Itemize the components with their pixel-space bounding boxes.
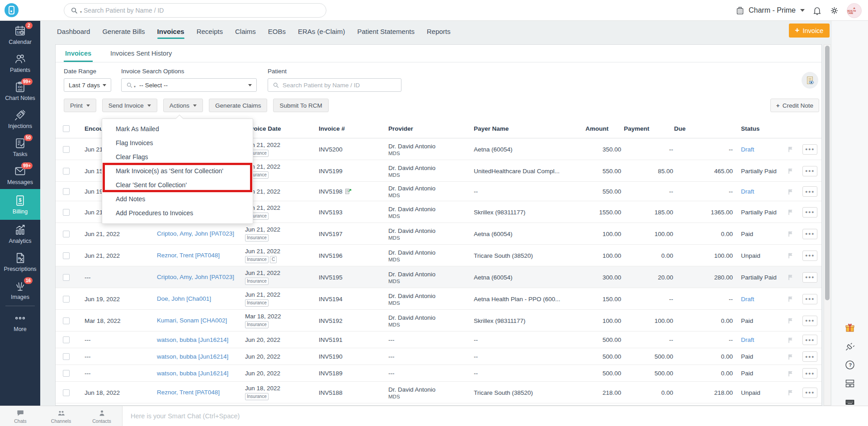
patient-link[interactable]: Criptoo, Amy, John [PAT023]	[157, 273, 234, 281]
patient-link[interactable]: Criptoo, Amy, John [PAT023]	[157, 230, 234, 238]
nav-tab-receipts[interactable]: Receipts	[197, 21, 223, 42]
row-checkbox[interactable]	[63, 274, 70, 281]
row-actions-button[interactable]: ●●●	[802, 368, 817, 379]
patient-link[interactable]: watson, bubba [Jun16214]	[157, 336, 228, 344]
menu-item-add-notes[interactable]: Add Notes	[102, 192, 253, 206]
sidebar-item-calendar[interactable]: 122Calendar	[0, 21, 40, 49]
row-checkbox[interactable]	[63, 353, 70, 360]
nav-tab-generate-bills[interactable]: Generate Bills	[102, 21, 145, 42]
patient-filter-input[interactable]	[283, 82, 396, 89]
row-actions-button[interactable]: ●●●	[802, 294, 817, 304]
nav-tab-eobs[interactable]: EOBs	[268, 21, 286, 42]
row-checkbox[interactable]	[63, 296, 70, 303]
sidebar-item-analytics[interactable]: Analytics	[0, 220, 40, 248]
row-checkbox[interactable]	[63, 146, 70, 153]
subtab-invoices[interactable]: Invoices	[64, 50, 93, 62]
flag-icon[interactable]	[787, 369, 802, 378]
flag-icon[interactable]	[787, 273, 802, 281]
print-button[interactable]: Print	[64, 99, 96, 112]
patient-filter-search[interactable]	[268, 78, 401, 92]
row-checkbox[interactable]	[63, 389, 70, 396]
app-logo-icon[interactable]	[5, 3, 19, 17]
actions-button[interactable]: Actions	[163, 99, 203, 112]
practice-selector[interactable]: Charm - Prime	[735, 5, 805, 15]
gift-icon[interactable]	[844, 322, 855, 333]
sidebar-item-messages[interactable]: 99+Messages	[0, 161, 40, 189]
send-invoice-button[interactable]: Send Invoice	[102, 99, 157, 112]
flag-icon[interactable]	[787, 251, 802, 260]
patient-link[interactable]: Doe, John [Cha001]	[157, 295, 211, 303]
vertical-scrollbar[interactable]	[824, 44, 831, 406]
smart-chat-input-area[interactable]	[122, 406, 868, 426]
smart-chat-input[interactable]	[131, 412, 402, 420]
sidebar-item-billing[interactable]: $Billing	[0, 189, 40, 220]
flag-icon[interactable]	[787, 230, 802, 238]
row-actions-button[interactable]: ●●●	[802, 316, 817, 326]
row-actions-button[interactable]: ●●●	[802, 335, 817, 345]
chat-tab-channels[interactable]: Channels	[41, 406, 81, 426]
patient-link[interactable]: Reznor, Trent [PAT048]	[157, 251, 220, 260]
row-actions-button[interactable]: ●●●	[802, 229, 817, 239]
sidebar-item-prescriptions[interactable]: RPrescriptions	[0, 248, 40, 276]
date-range-select[interactable]: Last 7 days	[64, 78, 111, 92]
nav-tab-reports[interactable]: Reports	[427, 21, 451, 42]
sidebar-item-patients[interactable]: Patients	[0, 49, 40, 77]
nav-tab-invoices[interactable]: Invoices	[157, 21, 184, 42]
patient-link[interactable]: watson, bubba [Jun16214]	[157, 353, 228, 361]
row-checkbox[interactable]	[63, 188, 70, 195]
chat-tab-chats[interactable]: Chats	[0, 406, 41, 426]
menu-item-mark-invoice-s-as-sent-for-collection[interactable]: Mark Invoice(s) as 'Sent for Collection'	[102, 164, 253, 178]
plug-icon[interactable]	[844, 341, 855, 352]
row-actions-button[interactable]: ●●●	[802, 351, 817, 362]
menu-item-clear-flags[interactable]: Clear Flags	[102, 150, 253, 164]
menu-item-clear-sent-for-collection[interactable]: Clear 'Sent for Collection'	[102, 178, 253, 192]
sidebar-item-images[interactable]: 16Images	[0, 276, 40, 304]
new-invoice-button[interactable]: + Invoice	[789, 24, 830, 38]
help-icon[interactable]: ?	[844, 360, 855, 370]
flag-icon[interactable]	[787, 167, 802, 175]
scrollbar-thumb[interactable]	[825, 46, 830, 300]
patient-link[interactable]: watson, bubba [Jun16214]	[157, 369, 228, 378]
user-avatar[interactable]: + HEALTH CARE	[847, 3, 862, 18]
subtab-invoices-sent-history[interactable]: Invoices Sent History	[109, 50, 173, 62]
nav-tab-dashboard[interactable]: Dashboard	[57, 21, 90, 42]
panels-icon[interactable]	[844, 378, 855, 389]
flag-icon[interactable]	[787, 336, 802, 344]
patient-link[interactable]: Reznor, Trent [PAT048]	[157, 388, 220, 397]
row-checkbox[interactable]	[63, 231, 70, 237]
flag-icon[interactable]	[787, 317, 802, 325]
chat-tab-contacts[interactable]: Contacts	[81, 406, 122, 426]
row-checkbox[interactable]	[63, 370, 70, 377]
row-actions-button[interactable]: ●●●	[802, 272, 817, 283]
flag-icon[interactable]	[787, 208, 802, 216]
row-actions-button[interactable]: ●●●	[802, 144, 817, 155]
row-actions-button[interactable]: ●●●	[802, 251, 817, 261]
flag-icon[interactable]	[787, 388, 802, 397]
global-search-input[interactable]	[84, 7, 320, 14]
flag-icon[interactable]	[787, 295, 802, 303]
menu-item-add-procedures-to-invoices[interactable]: Add Procedures to Invoices	[102, 206, 253, 220]
customize-columns-button[interactable]	[802, 72, 818, 89]
notifications-bell-icon[interactable]	[812, 6, 822, 15]
row-actions-button[interactable]: ●●●	[802, 207, 817, 218]
sidebar-item-injections[interactable]: Injections	[0, 105, 40, 133]
row-actions-button[interactable]: ●●●	[802, 166, 817, 176]
row-actions-button[interactable]: ●●●	[802, 186, 817, 197]
row-checkbox[interactable]	[63, 168, 70, 175]
row-checkbox[interactable]	[63, 209, 70, 216]
sidebar-item-more[interactable]: More	[0, 308, 40, 336]
nav-tab-eras-e-claim[interactable]: ERAs (e-Claim)	[298, 21, 345, 42]
select-all-checkbox[interactable]	[63, 125, 70, 132]
nav-tab-patient-statements[interactable]: Patient Statements	[357, 21, 415, 42]
submit-to-rcm-button[interactable]: Submit To RCM	[273, 99, 328, 112]
sidebar-item-chart-notes[interactable]: CC99+Chart Notes	[0, 77, 40, 105]
sidebar-item-tasks[interactable]: 50Tasks	[0, 133, 40, 161]
menu-item-mark-as-mailed[interactable]: Mark As Mailed	[102, 122, 253, 136]
nav-tab-claims[interactable]: Claims	[235, 21, 256, 42]
flag-icon[interactable]	[787, 353, 802, 361]
global-patient-search[interactable]: ▾	[64, 3, 326, 18]
invoice-search-options-select[interactable]: ▾ -- Select --	[121, 78, 257, 92]
row-checkbox[interactable]	[63, 336, 70, 343]
settings-gear-icon[interactable]	[830, 6, 839, 15]
patient-link[interactable]: Kumari, Sonam [CHA002]	[157, 317, 227, 325]
